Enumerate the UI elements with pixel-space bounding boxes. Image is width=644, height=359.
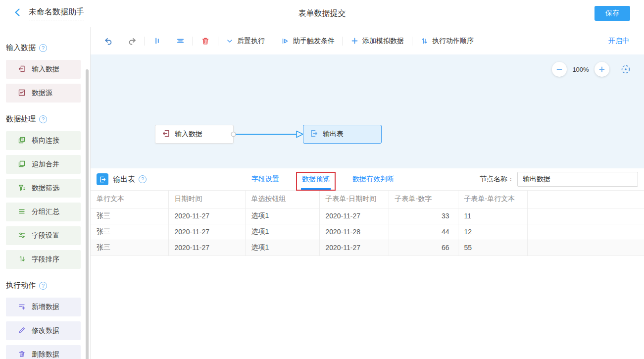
main-area: 后置执行 助手触发条件 添加模拟数据	[91, 27, 644, 359]
column-header	[527, 191, 644, 208]
sidebar-section-input: 输入数据 ? 输入数据 数据源	[0, 43, 90, 103]
zoom-widget: 100%	[552, 62, 631, 77]
table-cell: 55	[458, 240, 527, 256]
node-name-input[interactable]	[517, 172, 638, 187]
column-header: 子表单-数字	[389, 191, 458, 208]
table-cell: 11	[458, 208, 527, 224]
sidebar-item-field-sort[interactable]: 字段排序	[6, 250, 81, 269]
table-cell: 12	[458, 224, 527, 240]
canvas-toolbar: 后置执行 助手触发条件 添加模拟数据	[91, 27, 644, 54]
panel-title: 输出表	[113, 175, 135, 184]
zoom-level: 100%	[567, 66, 594, 73]
tab-field-settings[interactable]: 字段设置	[251, 168, 279, 190]
sidebar-item-group-summary[interactable]: 分组汇总	[6, 203, 81, 221]
undo-button[interactable]	[104, 37, 113, 46]
table-cell: 33	[389, 208, 458, 224]
page-title: 表单数据提交	[0, 8, 644, 19]
table-cell: 张三	[91, 224, 168, 240]
align-vertical-button[interactable]	[153, 37, 161, 45]
play-trigger-icon	[281, 37, 289, 45]
post-execute-button[interactable]: 后置执行	[226, 37, 265, 46]
tab-label: 数据预览	[302, 175, 330, 184]
edit-icon	[18, 326, 26, 336]
table-cell	[527, 224, 644, 240]
sidebar-item-label: 修改数据	[32, 326, 59, 335]
table-row: 张三 2020-11-27 选项1 2020-11-28 44 12	[91, 224, 644, 240]
connector-arrow	[230, 129, 305, 140]
document-title[interactable]: 未命名数据助手	[29, 7, 84, 20]
section-title: 执行动作	[6, 281, 36, 290]
table-cell: 张三	[91, 240, 168, 256]
sidebar-item-field-settings[interactable]: 字段设置	[6, 226, 81, 245]
trigger-condition-button[interactable]: 助手触发条件	[281, 37, 335, 46]
sidebar-item-label: 删除数据	[32, 350, 59, 359]
tab-data-validation[interactable]: 数据有效判断	[352, 168, 394, 190]
sidebar-item-horizontal-join[interactable]: 横向连接	[6, 131, 81, 150]
add-mock-data-button[interactable]: 添加模拟数据	[351, 37, 404, 46]
table-cell: 选项1	[245, 224, 319, 240]
table-cell: 2020-11-27	[168, 240, 245, 256]
horizontal-join-icon	[18, 136, 26, 146]
sidebar-item-label: 数据筛选	[32, 184, 59, 193]
sidebar-item-input-data[interactable]: 输入数据	[6, 60, 81, 79]
sidebar-item-delete-data[interactable]: 删除数据	[6, 345, 81, 359]
output-panel-header: 输出表 ? 字段设置 数据预览 数据有效判断 节点名称：	[91, 168, 644, 191]
sidebar-item-label: 输入数据	[32, 65, 59, 74]
node-label: 输出表	[323, 130, 344, 139]
table-cell: 2020-11-27	[168, 208, 245, 224]
trigger-condition-label: 助手触发条件	[293, 37, 335, 46]
help-icon[interactable]: ?	[39, 115, 47, 123]
panel-tabs: 字段设置 数据预览 数据有效判断	[251, 168, 394, 190]
table-cell: 2020-11-28	[319, 224, 389, 240]
sidebar-section-process: 数据处理 ? 横向连接 追加合并	[0, 114, 90, 269]
save-button[interactable]: 保存	[594, 6, 630, 21]
trash-icon	[18, 350, 26, 359]
sort-order-icon	[420, 37, 428, 45]
table-cell: 2020-11-27	[319, 240, 389, 256]
post-execute-label: 后置执行	[237, 37, 265, 46]
node-input-data[interactable]: 输入数据	[155, 125, 234, 144]
sidebar-item-modify-data[interactable]: 修改数据	[6, 321, 81, 340]
table-cell	[527, 240, 644, 256]
align-horizontal-button[interactable]	[176, 37, 185, 45]
zoom-in-button[interactable]	[594, 62, 609, 77]
sidebar-item-label: 追加合并	[32, 160, 59, 169]
sidebar-item-label: 字段设置	[32, 231, 59, 240]
back-chevron-icon	[14, 8, 21, 19]
node-name-label: 节点名称：	[480, 175, 514, 184]
help-icon[interactable]: ?	[39, 282, 47, 290]
append-merge-icon	[18, 160, 26, 169]
assistant-status-toggle[interactable]: 开启中	[608, 37, 629, 46]
group-summary-icon	[18, 207, 26, 217]
table-cell: 66	[389, 240, 458, 256]
node-label: 输入数据	[175, 130, 202, 139]
sidebar: 输入数据 ? 输入数据 数据源 数据处理	[0, 27, 91, 359]
table-cell: 2020-11-27	[319, 208, 389, 224]
table-row: 张三 2020-11-27 选项1 2020-11-27 66 55	[91, 240, 644, 256]
table-cell	[527, 208, 644, 224]
app-window: 未命名数据助手 表单数据提交 保存 输入数据 ? 输入数据	[0, 0, 644, 359]
zoom-out-button[interactable]	[552, 62, 567, 77]
flow-canvas[interactable]: 100% 输入数据	[91, 54, 644, 168]
locate-center-icon[interactable]	[620, 64, 631, 75]
table-cell: 2020-11-27	[168, 224, 245, 240]
table-cell: 选项1	[245, 208, 319, 224]
action-order-button[interactable]: 执行动作顺序	[420, 37, 474, 46]
table-row: 张三 2020-11-27 选项1 2020-11-27 33 11	[91, 208, 644, 224]
chevron-down-icon	[226, 38, 233, 45]
sidebar-item-data-filter[interactable]: 数据筛选	[6, 179, 81, 198]
back-button[interactable]	[14, 8, 21, 19]
help-icon[interactable]: ?	[39, 44, 47, 52]
table-cell: 44	[389, 224, 458, 240]
sidebar-scrollbar[interactable]	[86, 69, 89, 359]
section-title: 输入数据	[6, 43, 36, 52]
node-output-table[interactable]: 输出表	[303, 125, 382, 144]
help-icon[interactable]: ?	[139, 175, 147, 183]
tab-data-preview[interactable]: 数据预览	[302, 168, 330, 190]
column-header: 单选按钮组	[245, 191, 319, 208]
sidebar-item-add-data[interactable]: 新增数据	[6, 298, 81, 316]
delete-node-button[interactable]	[201, 37, 210, 46]
sidebar-item-data-source[interactable]: 数据源	[6, 84, 81, 103]
redo-button[interactable]	[128, 37, 137, 46]
sidebar-item-append-merge[interactable]: 追加合并	[6, 155, 81, 174]
